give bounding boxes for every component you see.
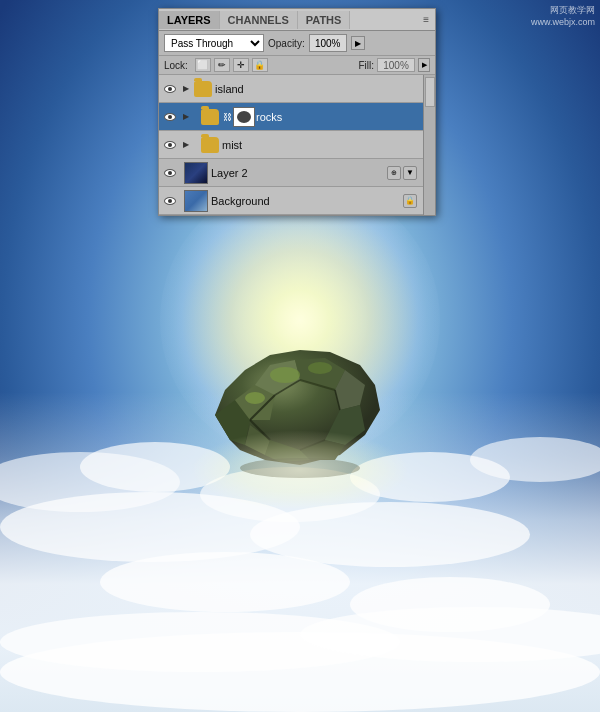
layer-row-island[interactable]: ▶ island: [159, 75, 423, 103]
layer-row-background[interactable]: Background 🔒: [159, 187, 423, 215]
lock-transparency-icon[interactable]: ⬜: [195, 58, 211, 72]
layer-name-island: island: [215, 83, 421, 95]
eye-layer2[interactable]: [161, 164, 179, 182]
eye-rocks[interactable]: [161, 108, 179, 126]
eye-dot-island: [164, 85, 176, 93]
lock-label: Lock:: [164, 60, 188, 71]
options-row: Pass Through Normal Multiply Screen Opac…: [159, 31, 435, 56]
tab-paths[interactable]: PATHS: [298, 11, 351, 29]
layers-list: ▶ island ▶ ⛓ rocks: [159, 75, 423, 215]
link-icon-rocks: ⛓: [222, 108, 232, 126]
panel-tabs: LAYERS CHANNELS PATHS ≡: [159, 9, 435, 31]
layers-scrollbar[interactable]: [423, 75, 435, 215]
folder-icon-island: [194, 81, 212, 97]
layer2-fx-icon: ⊕: [387, 166, 401, 180]
layer2-arrow-icon[interactable]: ▼: [403, 166, 417, 180]
eye-dot-rocks: [164, 113, 176, 121]
fill-arrow[interactable]: ▶: [418, 58, 430, 72]
layer-row-rocks[interactable]: ▶ ⛓ rocks: [159, 103, 423, 131]
folder-icon-rocks: [201, 109, 219, 125]
eye-dot-background: [164, 197, 176, 205]
folder-icon-mist: [201, 137, 219, 153]
layer-row-layer2[interactable]: Layer 2 ⊕ ▼: [159, 159, 423, 187]
layer-thumb-layer2: [184, 162, 208, 184]
fill-label: Fill:: [358, 60, 374, 71]
svg-point-12: [245, 392, 265, 404]
watermark-line1: 网页教学网: [531, 5, 595, 17]
rock-glow: [190, 430, 410, 510]
layer2-extra-icons: ⊕ ▼: [387, 166, 421, 180]
mask-shape-rocks: [237, 111, 251, 123]
floating-rock: [200, 330, 400, 490]
svg-point-11: [308, 362, 332, 374]
layer-name-background: Background: [211, 195, 403, 207]
mask-thumb-rocks: [233, 107, 255, 127]
layer-thumb-background: [184, 190, 208, 212]
lock-paint-icon[interactable]: ✏: [214, 58, 230, 72]
opacity-label: Opacity:: [268, 38, 305, 49]
tab-layers[interactable]: LAYERS: [159, 11, 220, 29]
opacity-arrow[interactable]: ▶: [351, 36, 365, 50]
lock-all-icon[interactable]: 🔒: [252, 58, 268, 72]
layer-name-rocks: rocks: [256, 111, 421, 123]
tab-channels[interactable]: CHANNELS: [220, 11, 298, 29]
opacity-input[interactable]: [309, 34, 347, 52]
layer-row-mist[interactable]: ▶ mist: [159, 131, 423, 159]
eye-background[interactable]: [161, 192, 179, 210]
blend-mode-select[interactable]: Pass Through Normal Multiply Screen: [164, 34, 264, 52]
eye-dot-mist: [164, 141, 176, 149]
expand-rocks[interactable]: ▶: [181, 112, 191, 122]
svg-point-10: [270, 367, 300, 383]
eye-dot-layer2: [164, 169, 176, 177]
layers-panel: LAYERS CHANNELS PATHS ≡ Pass Through Nor…: [158, 8, 436, 216]
layer-name-layer2: Layer 2: [211, 167, 387, 179]
scrollbar-thumb[interactable]: [425, 77, 435, 107]
expand-island[interactable]: ▶: [181, 84, 191, 94]
panel-menu-icon[interactable]: ≡: [417, 11, 435, 28]
watermark: 网页教学网 www.webjx.com: [531, 5, 595, 28]
watermark-line2: www.webjx.com: [531, 17, 595, 29]
lock-row: Lock: ⬜ ✏ ✛ 🔒 Fill: ▶: [159, 56, 435, 75]
eye-island[interactable]: [161, 80, 179, 98]
lock-move-icon[interactable]: ✛: [233, 58, 249, 72]
eye-mist[interactable]: [161, 136, 179, 154]
layer-name-mist: mist: [222, 139, 421, 151]
expand-mist[interactable]: ▶: [181, 140, 191, 150]
background-extra-icons: 🔒: [403, 194, 421, 208]
layers-list-wrapper: ▶ island ▶ ⛓ rocks: [159, 75, 435, 215]
background-lock-icon: 🔒: [403, 194, 417, 208]
fill-input[interactable]: [377, 58, 415, 72]
